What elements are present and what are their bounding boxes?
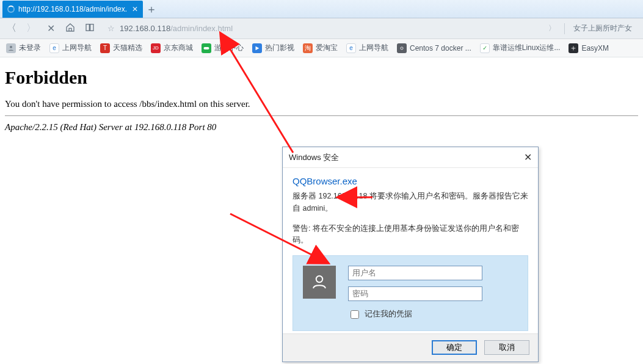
bm-label: 热门影视 — [265, 43, 294, 53]
bm-label: 上网导航 — [62, 43, 92, 53]
dialog-app-name: QQBrowser.exe — [292, 174, 528, 188]
bm-label: 天猫精选 — [113, 43, 142, 53]
bm-label: 爱淘宝 — [316, 43, 338, 53]
nav-back-icon[interactable]: 〈 — [6, 22, 17, 35]
page-content: Forbidden You don't have permission to a… — [0, 57, 643, 133]
nav-forward-icon[interactable]: 〉 — [26, 22, 37, 35]
bm-label: 京东商城 — [164, 43, 193, 53]
svg-point-5 — [316, 276, 323, 283]
bm-label: EasyXM — [581, 44, 609, 53]
tab-close-icon[interactable]: ✕ — [132, 5, 138, 13]
dialog-close-icon[interactable]: ✕ — [524, 151, 532, 163]
dialog-body: QQBrowser.exe 服务器 192.168.0.118 将要求你输入用户… — [283, 168, 538, 333]
page-heading: Forbidden — [5, 67, 638, 88]
person-icon — [6, 43, 16, 53]
svg-rect-0 — [86, 24, 89, 31]
bm-game[interactable]: 游戏中心 — [202, 43, 244, 53]
bm-label: 靠谱运维Linux运维... — [493, 43, 561, 53]
chevron-right-icon[interactable]: 〉 — [548, 23, 556, 34]
favorite-star-icon[interactable]: ☆ — [107, 24, 115, 33]
new-tab-button[interactable]: ＋ — [143, 1, 160, 18]
bm-label: 上网导航 — [359, 43, 388, 53]
tab-strip: http://192.168.0.118/admin/index. ✕ ＋ — [0, 0, 643, 18]
hot-search-link[interactable]: 女子上厕所时产女 — [573, 23, 632, 34]
url-path: /admin/index.html — [170, 24, 233, 33]
svg-point-4 — [401, 46, 403, 49]
bm-easy[interactable]: EasyXM — [569, 43, 609, 53]
bm-label: 未登录 — [19, 43, 41, 53]
username-input[interactable] — [348, 266, 482, 280]
bm-linux[interactable]: ✓ 靠谱运维Linux运维... — [480, 43, 561, 53]
tab-title: http://192.168.0.118/admin/index. — [18, 5, 128, 13]
forbidden-message: You don't have permission to access /bbs… — [5, 99, 638, 109]
play-icon — [252, 43, 262, 53]
tmall-icon: T — [100, 43, 110, 53]
nav-home-icon[interactable] — [65, 23, 76, 35]
browser-tab[interactable]: http://192.168.0.118/admin/index. ✕ — [2, 1, 143, 18]
address-input[interactable]: ☆ 192.168.0.118/admin/index.html — [104, 21, 540, 37]
remember-row[interactable]: 记住我的凭据 — [348, 308, 482, 321]
cancel-button[interactable]: 取消 — [484, 340, 529, 355]
credentials-panel: 记住我的凭据 — [292, 255, 528, 331]
ie-icon: e — [49, 43, 59, 53]
svg-point-2 — [10, 46, 12, 48]
remember-label: 记住我的凭据 — [365, 308, 412, 320]
dialog-title-text: Windows 安全 — [289, 152, 339, 163]
bm-nav[interactable]: e 上网导航 — [49, 43, 92, 53]
user-avatar-icon — [303, 266, 336, 299]
content-divider — [5, 115, 638, 116]
bm-jd[interactable]: JD 京东商城 — [151, 43, 193, 53]
bookmarks-bar: 未登录 e 上网导航 T 天猫精选 JD 京东商城 游戏中心 热门影视 淘 爱淘… — [0, 39, 643, 57]
address-right: 〉 女子上厕所时产女 — [548, 23, 637, 34]
loading-spinner-icon — [7, 5, 15, 13]
bm-video[interactable]: 热门影视 — [252, 43, 294, 53]
nav-stop-icon[interactable]: ✕ — [45, 23, 56, 34]
bm-centos[interactable]: Centos 7 docker ... — [397, 43, 471, 53]
credential-fields: 记住我的凭据 — [348, 266, 482, 321]
reliable-icon: ✓ — [480, 43, 490, 53]
bm-tmall[interactable]: T 天猫精选 — [100, 43, 142, 53]
separator — [564, 23, 565, 34]
server-signature: Apache/2.2.15 (Red Hat) Server at 192.16… — [5, 122, 638, 133]
ok-button[interactable]: 确定 — [432, 340, 477, 355]
url-text: 192.168.0.118/admin/index.html — [120, 24, 233, 33]
dialog-footer: 确定 取消 — [283, 333, 538, 362]
bm-aitao[interactable]: 淘 爱淘宝 — [303, 43, 338, 53]
svg-rect-3 — [204, 47, 209, 49]
auth-dialog: Windows 安全 ✕ QQBrowser.exe 服务器 192.168.0… — [282, 147, 539, 362]
ie-icon: e — [346, 43, 356, 53]
remember-checkbox[interactable] — [351, 310, 359, 319]
bm-label: Centos 7 docker ... — [410, 44, 471, 53]
password-input[interactable] — [348, 286, 482, 301]
easy-icon — [569, 43, 578, 53]
gamepad-icon — [202, 43, 211, 53]
svg-rect-1 — [90, 24, 93, 31]
bm-nav2[interactable]: e 上网导航 — [346, 43, 388, 53]
bm-label: 游戏中心 — [214, 43, 244, 53]
jd-icon: JD — [151, 43, 161, 53]
address-bar-row: 〈 〉 ✕ ☆ 192.168.0.118/admin/index.html 〉… — [0, 18, 643, 39]
nav-reader-icon[interactable] — [84, 23, 95, 35]
bm-not-logged[interactable]: 未登录 — [6, 43, 41, 53]
dialog-warning: 警告: 将在不安全的连接上使用基本身份验证发送你的用户名和密码。 — [292, 223, 528, 247]
aitao-icon: 淘 — [303, 43, 313, 53]
dialog-message: 服务器 192.168.0.118 将要求你输入用户名和密码。服务器报告它来自 … — [292, 191, 528, 214]
url-host: 192.168.0.118 — [120, 24, 170, 33]
dialog-titlebar: Windows 安全 ✕ — [283, 147, 538, 168]
centos-icon — [397, 43, 407, 53]
